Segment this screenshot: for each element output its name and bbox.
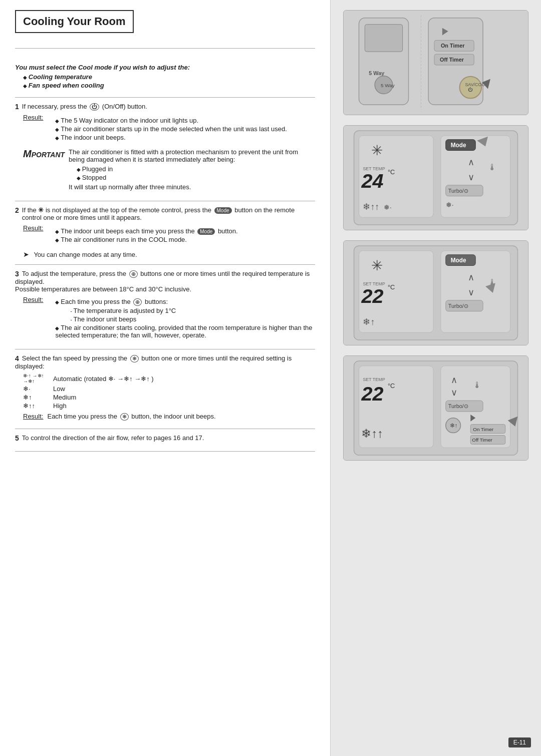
svg-text:❄↑↑: ❄↑↑ xyxy=(361,427,383,440)
step-2-note: ➤ You can change modes at any time. xyxy=(23,250,315,258)
result-label-1: Result: xyxy=(23,114,43,144)
important-label: MPORTANT xyxy=(23,148,65,191)
svg-text:24: 24 xyxy=(361,170,383,192)
fan-icon-medium: ❄↑ xyxy=(23,394,48,401)
svg-text:❅·: ❅· xyxy=(446,201,454,209)
svg-text:∧: ∧ xyxy=(451,375,457,385)
important-block: MPORTANT The air conditioner is fitted w… xyxy=(23,148,315,191)
fan-label-medium: Medium xyxy=(53,394,76,401)
result-bullet-3-1: Each time you press the ⊕ buttons: The t… xyxy=(55,298,315,323)
intro-bullet-2: Fan speed when cooling xyxy=(23,82,315,89)
fan-icon-auto: ❄·↑ →❄↑ →❄↑ xyxy=(23,373,48,384)
fan-btn-result-icon: ❄ xyxy=(120,413,129,421)
step-1-block: 1 If necessary, press the ⏻ (On/Off) but… xyxy=(15,103,315,111)
svg-text:❅·: ❅· xyxy=(384,203,392,211)
step-3-block: 3 To adjust the temperature, press the ⊕… xyxy=(15,270,315,293)
sub-bullet-2: The indoor unit beeps xyxy=(70,315,315,323)
main-content: Cooling Your Room You must select the Co… xyxy=(0,0,331,756)
step-3-result: Result: Each time you press the ⊕ button… xyxy=(23,296,315,341)
result-bullet-1-3: The indoor unit beeps. xyxy=(55,134,287,141)
svg-text:∨: ∨ xyxy=(468,172,474,182)
step-4-result-text: Each time you press the ❄ button, the in… xyxy=(47,413,215,421)
remote-image-2: ✳ SET TEMP 24 °C ❄↑↑ ❅· Mode ∧ ∨ 🌡 Tu xyxy=(343,125,528,230)
svg-text:22: 22 xyxy=(361,383,383,405)
svg-rect-2 xyxy=(365,25,402,52)
intro-section: You must select the Cool mode if you wis… xyxy=(15,64,315,98)
svg-text:Turbo/⊙: Turbo/⊙ xyxy=(448,403,468,409)
intro-text: You must select the Cool mode if you wis… xyxy=(15,64,315,71)
step-2-num: 2 xyxy=(15,206,19,214)
step-4-result: Result: Each time you press the ❄ button… xyxy=(23,413,315,421)
sub-bullets: The temperature is adjusted by 1°C The i… xyxy=(70,307,315,323)
imp-bullet-2: Stopped xyxy=(77,174,315,181)
result-label-4: Result: xyxy=(23,413,43,421)
svg-text:✳: ✳ xyxy=(371,143,383,158)
fan-row-low: ❄· Low xyxy=(23,385,315,393)
mode-btn-2: Mode xyxy=(197,228,215,235)
fan-label-auto: Automatic (rotated ❄· →❄↑ →❄↑ ) xyxy=(53,375,154,383)
title-section: Cooling Your Room xyxy=(15,10,315,49)
svg-text:✳: ✳ xyxy=(371,258,383,273)
intro-bullet-1: Cooling temperature xyxy=(23,73,315,81)
mode-btn-inline: Mode xyxy=(214,207,232,214)
fan-row-high: ❄↑↑ High xyxy=(23,402,315,410)
remote-image-1: 5 Way 5 Way On Timer Off Timer SAV/COOL … xyxy=(343,10,528,115)
svg-text:∧: ∧ xyxy=(468,157,474,167)
step-4-section: 4 Select the fan speed by pressing the ❄… xyxy=(15,354,315,429)
arrow-icon: ➤ xyxy=(23,250,29,258)
fan-row-auto: ❄·↑ →❄↑ →❄↑ Automatic (rotated ❄· →❄↑ →❄… xyxy=(23,373,315,384)
svg-text:🌡: 🌡 xyxy=(473,380,482,390)
step-5-section: 5 To control the direction of the air fl… xyxy=(15,434,315,452)
step-1-section: 1 If necessary, press the ⏻ (On/Off) but… xyxy=(15,103,315,201)
result-label-2: Result: xyxy=(23,224,43,246)
step-2-section: 2 If the ✳ is not displayed at the top o… xyxy=(15,206,315,265)
step-5-num: 5 xyxy=(15,434,19,442)
svg-text:Off Timer: Off Timer xyxy=(472,437,492,443)
step-5-block: 5 To control the direction of the air fl… xyxy=(15,434,315,442)
step-1-result-bullets: The 5 Way indicator on the indoor unit l… xyxy=(47,116,287,142)
step-4-block: 4 Select the fan speed by pressing the ❄… xyxy=(15,354,315,370)
page-number: E-11 xyxy=(508,737,531,747)
step-4-num: 4 xyxy=(15,354,19,362)
svg-text:❄↑: ❄↑ xyxy=(363,317,375,327)
right-panel: 5 Way 5 Way On Timer Off Timer SAV/COOL … xyxy=(331,0,541,756)
important-text: The air conditioner is fitted with a pro… xyxy=(69,148,315,191)
svg-text:⏻: ⏻ xyxy=(468,87,473,92)
step-2-result-bullets: The indoor unit beeps each time you pres… xyxy=(47,226,237,244)
step-2-text: If the ✳ is not displayed at the top of … xyxy=(22,206,295,221)
temp-btn-icon: ⊕ xyxy=(129,270,138,278)
svg-text:Off Timer: Off Timer xyxy=(440,57,464,63)
step-1-text: If necessary, press the ⏻ (On/Off) butto… xyxy=(22,103,147,110)
step-2-result: Result: The indoor unit beeps each time … xyxy=(23,224,315,246)
remote-image-3: ✳ SET TEMP 22 °C ❄↑ Mode ∧ ∨ 🌡 Turbo/⊙ xyxy=(343,240,528,345)
svg-text:Turbo/⊙: Turbo/⊙ xyxy=(448,303,468,309)
svg-text:Mode: Mode xyxy=(451,257,466,264)
svg-text:❄↑↑: ❄↑↑ xyxy=(363,202,379,212)
svg-text:SET  TEMP: SET TEMP xyxy=(363,377,385,382)
step-4-text: Select the fan speed by pressing the ❄ b… xyxy=(15,354,292,370)
fan-label-low: Low xyxy=(53,385,65,393)
svg-text:5 Way: 5 Way xyxy=(369,70,384,76)
svg-text:°C: °C xyxy=(388,283,395,291)
svg-text:∨: ∨ xyxy=(451,388,457,398)
step-1-result: Result: The 5 Way indicator on the indoo… xyxy=(23,114,315,144)
svg-text:Turbo/⊙: Turbo/⊙ xyxy=(448,188,468,194)
result-bullet-1-1: The 5 Way indicator on the indoor unit l… xyxy=(55,117,287,124)
svg-text:∧: ∧ xyxy=(468,272,474,282)
result-bullet-2-2: The air conditioner runs in the COOL mod… xyxy=(55,236,237,243)
step-3-result-content: Each time you press the ⊕ buttons: The t… xyxy=(47,296,315,341)
fan-btn-icon: ❄ xyxy=(130,355,139,362)
svg-text:°C: °C xyxy=(388,382,395,390)
svg-text:5 Way: 5 Way xyxy=(381,83,395,88)
onoff-icon: ⏻ xyxy=(90,103,99,111)
svg-text:°C: °C xyxy=(388,168,395,176)
step-5-text: To control the direction of the air flow… xyxy=(22,434,204,442)
remote-image-4: SET TEMP 22 °C ❄↑↑ ∧ ∨ 🌡 Turbo/⊙ ❄↑ On T… xyxy=(343,355,528,461)
result-label-3: Result: xyxy=(23,296,43,341)
step-3-num: 3 xyxy=(15,270,19,278)
svg-text:∨: ∨ xyxy=(468,287,474,297)
fan-label-high: High xyxy=(53,402,67,410)
svg-text:On Timer: On Timer xyxy=(441,43,465,49)
page-title: Cooling Your Room xyxy=(15,10,134,33)
temp-btn-icon-2: ⊕ xyxy=(133,298,142,306)
